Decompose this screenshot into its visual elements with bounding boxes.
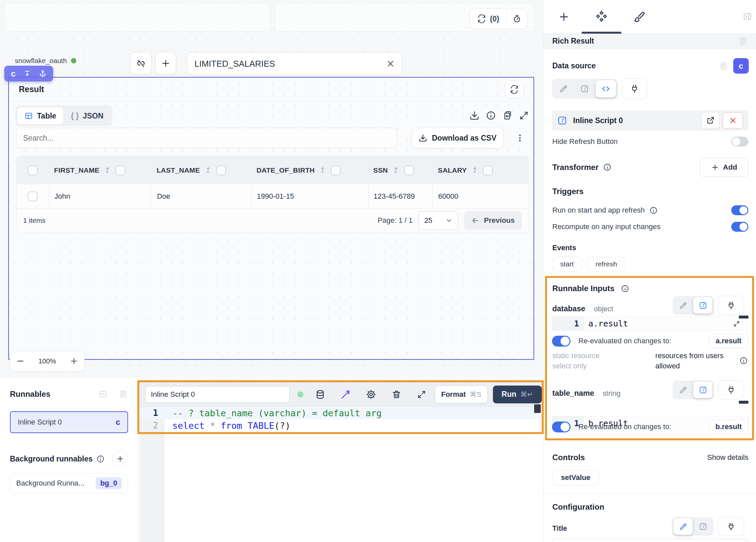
result-panel[interactable]: Result Table { } JSON Download as CSV xyxy=(8,77,534,360)
recompute-toggle[interactable] xyxy=(731,222,748,232)
column-checkbox[interactable] xyxy=(116,165,125,175)
component-selection-chip[interactable]: c xyxy=(4,66,53,82)
sort-icon[interactable] xyxy=(471,166,479,174)
mode-function-selected[interactable] xyxy=(693,297,712,314)
tab-json[interactable]: { } JSON xyxy=(63,107,111,124)
mode-function[interactable] xyxy=(574,80,595,97)
connect-plug-button[interactable] xyxy=(622,78,647,99)
column-header-label[interactable]: SSN xyxy=(373,166,388,174)
info-icon[interactable] xyxy=(603,163,611,171)
column-header-label[interactable]: LAST_NAME xyxy=(156,166,200,174)
column-checkbox[interactable] xyxy=(331,165,341,175)
history-button[interactable] xyxy=(507,9,527,29)
sort-icon[interactable] xyxy=(104,166,111,174)
add-transformer-button[interactable]: Add xyxy=(700,158,748,177)
hide-refresh-toggle[interactable] xyxy=(731,137,748,147)
title-input[interactable] xyxy=(552,539,748,542)
search-input[interactable] xyxy=(23,134,390,143)
event-chip-refresh[interactable]: refresh xyxy=(587,257,625,271)
reeval-toggle[interactable] xyxy=(552,336,570,347)
open-script-button[interactable] xyxy=(702,112,719,129)
connect-plug-button[interactable] xyxy=(718,296,744,315)
tab-table[interactable]: Table xyxy=(17,107,63,124)
previous-page-button[interactable]: Previous xyxy=(464,211,522,230)
doc-icon[interactable] xyxy=(719,62,728,70)
canvas-component-placeholder-left[interactable] xyxy=(4,3,270,32)
refresh-all-button[interactable]: (0) xyxy=(470,9,506,29)
control-chip-setvalue[interactable]: setValue xyxy=(552,470,599,485)
doc-icon[interactable] xyxy=(739,37,747,46)
collapse-panel-icon[interactable] xyxy=(743,12,752,21)
download-csv-button[interactable]: Download as CSV xyxy=(412,128,503,148)
input-expression-field[interactable]: 1 a.result xyxy=(552,316,748,331)
table-row[interactable]: John Doe 1990-01-15 123-45-6789 60000 xyxy=(17,184,529,208)
download-icon[interactable] xyxy=(469,111,479,120)
data-source-badge[interactable]: c xyxy=(733,58,749,74)
mode-function-selected[interactable] xyxy=(693,382,712,398)
field-scrollbar-thumb[interactable] xyxy=(739,316,748,319)
run-button[interactable]: Run ⌘↵ xyxy=(493,386,542,403)
anchor-icon[interactable] xyxy=(39,70,47,78)
column-checkbox[interactable] xyxy=(404,165,414,175)
script-name-input[interactable] xyxy=(145,386,290,403)
tab-components[interactable] xyxy=(582,0,621,34)
add-background-runnable-button[interactable] xyxy=(112,451,128,467)
copy-result-icon[interactable] xyxy=(502,111,512,120)
mode-static-pencil[interactable] xyxy=(673,382,693,398)
database-icon[interactable] xyxy=(315,390,325,399)
settings-gear-icon[interactable] xyxy=(366,390,376,399)
column-checkbox[interactable] xyxy=(216,165,226,175)
reeval-toggle[interactable] xyxy=(552,422,570,432)
code-line[interactable]: 1 -- ? table_name (varchar) = default ar… xyxy=(139,407,542,419)
mode-function[interactable] xyxy=(693,518,712,535)
sort-icon[interactable] xyxy=(204,166,212,174)
add-component-icon[interactable] xyxy=(558,11,569,22)
field-scrollbar-thumb[interactable] xyxy=(739,401,748,404)
info-icon[interactable] xyxy=(739,356,748,365)
collapse-section-icon[interactable] xyxy=(99,390,107,398)
column-header-label[interactable]: FIRST_NAME xyxy=(54,166,99,174)
move-down-icon[interactable] xyxy=(23,70,31,78)
add-query-tab-button[interactable] xyxy=(155,52,176,75)
event-chip-start[interactable]: start xyxy=(552,257,582,271)
info-icon[interactable] xyxy=(96,455,105,463)
list-view-icon[interactable] xyxy=(119,390,128,398)
column-header-label[interactable]: DATE_OF_BIRTH xyxy=(257,166,315,174)
styles-brush-icon[interactable] xyxy=(633,11,645,23)
info-icon[interactable] xyxy=(486,111,496,120)
result-refresh-button[interactable] xyxy=(505,81,524,98)
code-line[interactable]: 2 select * from TABLE(?) xyxy=(139,419,542,432)
select-all-checkbox[interactable] xyxy=(28,165,38,175)
reeval-target-chip[interactable]: a.result xyxy=(709,334,748,348)
expand-icon[interactable] xyxy=(519,111,529,120)
sort-icon[interactable] xyxy=(392,166,400,174)
delete-trash-icon[interactable] xyxy=(392,390,401,399)
unlink-button[interactable] xyxy=(130,52,152,75)
mode-code-selected[interactable] xyxy=(596,80,616,97)
table-options-kebab-icon[interactable] xyxy=(515,133,525,143)
connect-plug-button[interactable] xyxy=(718,380,744,399)
code-area[interactable]: 1 -- ? table_name (varchar) = default ar… xyxy=(139,407,542,432)
mode-static-pencil-selected[interactable] xyxy=(673,518,693,535)
zoom-in-icon[interactable] xyxy=(70,357,78,365)
page-size-select[interactable]: 25 xyxy=(419,211,458,230)
show-details-link[interactable]: Show details xyxy=(707,453,748,462)
mode-static-pencil[interactable] xyxy=(553,80,574,97)
zoom-out-icon[interactable] xyxy=(16,357,25,365)
row-checkbox[interactable] xyxy=(28,191,38,201)
info-icon[interactable] xyxy=(649,206,658,215)
remove-script-button[interactable] xyxy=(723,112,743,129)
connect-plug-button[interactable] xyxy=(718,517,744,536)
mode-static-pencil[interactable] xyxy=(673,297,693,314)
runnable-item-selected[interactable]: Inline Script 0 c xyxy=(10,411,128,433)
format-button[interactable]: Format ⌘S xyxy=(435,386,488,403)
clear-query-icon[interactable] xyxy=(386,59,395,68)
column-header-label[interactable]: SALARY xyxy=(438,166,466,174)
app-canvas[interactable]: (0) snowflake_oauth c Result Table xyxy=(0,0,543,377)
ai-wand-icon[interactable] xyxy=(341,390,351,399)
info-icon[interactable] xyxy=(621,285,629,293)
expression-value[interactable]: a.result xyxy=(584,317,628,330)
query-name-input[interactable] xyxy=(194,59,386,69)
run-on-start-toggle[interactable] xyxy=(731,205,748,215)
background-runnable-item[interactable]: Background Runna... bg_0 xyxy=(10,473,128,493)
